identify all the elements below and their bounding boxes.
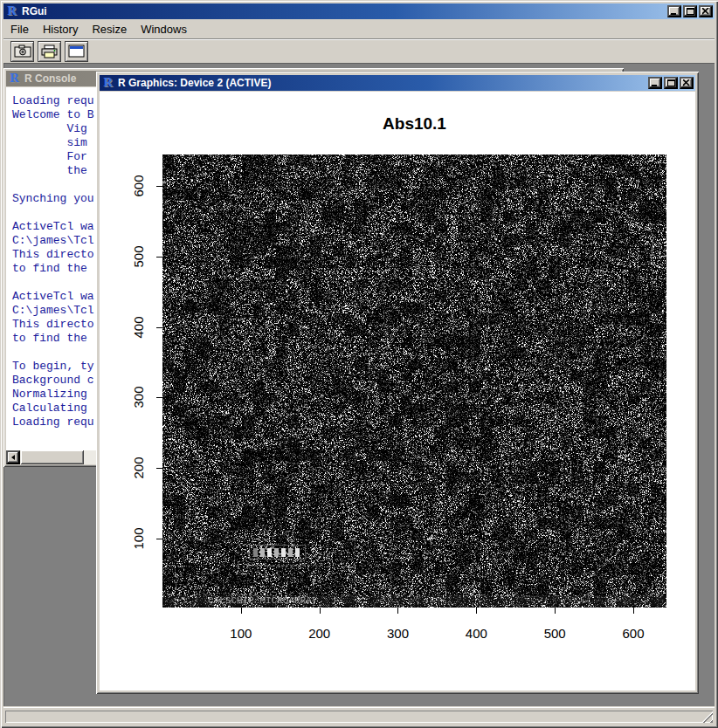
maximize-button[interactable] xyxy=(683,5,697,17)
status-bar xyxy=(3,707,715,725)
x-axis-tick-label: 500 xyxy=(544,626,566,641)
y-axis-tick xyxy=(156,397,162,398)
x-axis-tick-label: 200 xyxy=(308,626,330,641)
minimize-icon xyxy=(671,9,678,15)
y-axis-tick-label: 300 xyxy=(131,387,146,409)
graphics-maximize-button[interactable] xyxy=(664,77,678,89)
close-icon xyxy=(683,79,690,86)
scroll-left-button[interactable] xyxy=(6,450,20,464)
minimize-button[interactable] xyxy=(667,5,681,17)
y-axis-tick-label: 600 xyxy=(131,175,146,196)
x-axis-tick xyxy=(633,608,634,614)
graphics-window[interactable]: R Graphics: Device 2 (ACTIVE) Abs10.1 xyxy=(96,72,699,694)
close-button[interactable] xyxy=(699,5,713,17)
y-axis-tick-label: 400 xyxy=(131,316,146,338)
camera-icon xyxy=(14,45,31,58)
x-axis-tick xyxy=(320,608,321,614)
main-titlebar[interactable]: RGui xyxy=(3,3,715,19)
x-axis-tick-label: 100 xyxy=(230,626,252,641)
x-axis-tick xyxy=(241,608,242,614)
camera-button[interactable] xyxy=(10,41,34,62)
graphics-minimize-button[interactable] xyxy=(648,77,662,89)
graphics-client-area: Abs10.1 10020030040050060010020030040050… xyxy=(100,92,695,690)
x-axis-tick xyxy=(476,608,477,614)
y-axis-tick xyxy=(156,468,162,469)
r-logo-icon xyxy=(8,72,21,85)
menu-bar: FileHistoryResizeWindows xyxy=(3,20,715,38)
print-button[interactable] xyxy=(38,41,61,62)
menu-windows[interactable]: Windows xyxy=(141,21,194,38)
close-icon xyxy=(702,8,709,15)
microarray-image xyxy=(162,155,666,608)
y-axis-tick xyxy=(156,539,162,539)
rgui-main-window: RGui FileHistoryResizeWindows xyxy=(0,0,718,728)
menu-file[interactable]: File xyxy=(10,21,36,38)
r-logo-icon xyxy=(5,5,18,17)
minimize-icon xyxy=(652,80,659,86)
printer-icon xyxy=(41,45,58,58)
y-axis-tick xyxy=(156,186,162,187)
maximize-icon xyxy=(667,79,675,86)
plot-title: Abs10.1 xyxy=(162,114,666,134)
y-axis-tick xyxy=(156,327,162,328)
scrollbar-thumb[interactable] xyxy=(21,450,84,464)
console-window-button[interactable] xyxy=(65,41,88,62)
status-field xyxy=(5,711,713,723)
menu-resize[interactable]: Resize xyxy=(92,21,134,38)
toolbar xyxy=(3,38,715,63)
y-axis-tick-label: 100 xyxy=(131,527,146,549)
main-window-title: RGui xyxy=(22,5,667,17)
x-axis-tick-label: 300 xyxy=(387,626,409,641)
y-axis-tick-label: 500 xyxy=(131,245,146,267)
graphics-window-title: R Graphics: Device 2 (ACTIVE) xyxy=(118,77,648,89)
y-axis-tick xyxy=(156,257,162,258)
menu-history[interactable]: History xyxy=(43,21,85,38)
x-axis-tick xyxy=(555,608,556,614)
mdi-client-area: R Console Loading requ Welcome to B Vig … xyxy=(3,63,715,706)
maximize-icon xyxy=(687,8,694,15)
x-axis-tick xyxy=(397,608,398,614)
arrow-left-icon xyxy=(9,455,15,460)
plot-area: Abs10.1 10020030040050060010020030040050… xyxy=(162,155,666,608)
graphics-titlebar[interactable]: R Graphics: Device 2 (ACTIVE) xyxy=(100,75,695,91)
r-logo-icon xyxy=(101,77,114,89)
x-axis-tick-label: 400 xyxy=(466,626,487,641)
y-axis-tick-label: 200 xyxy=(131,457,146,479)
window-icon xyxy=(68,45,85,58)
x-axis-tick-label: 600 xyxy=(622,626,644,641)
graphics-close-button[interactable] xyxy=(680,77,694,89)
